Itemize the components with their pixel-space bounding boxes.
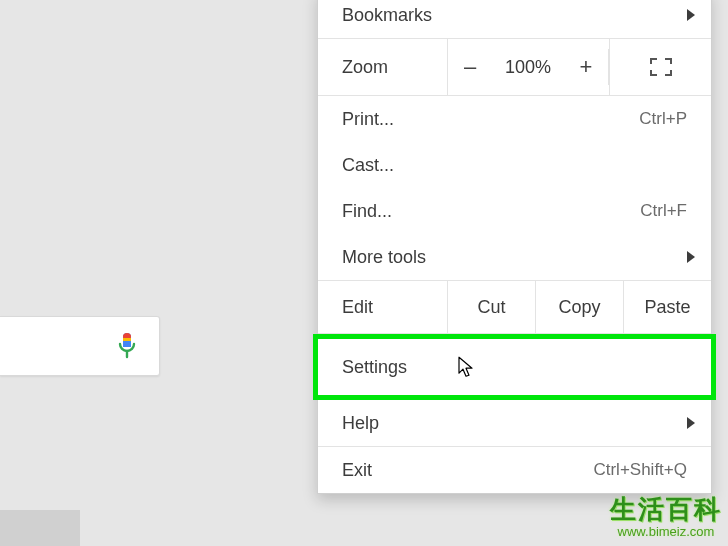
shortcut-text: Ctrl+P <box>639 109 687 129</box>
menu-item-help[interactable]: Help <box>318 400 711 446</box>
fullscreen-icon <box>650 58 672 76</box>
menu-item-cast[interactable]: Cast... <box>318 142 711 188</box>
watermark-title: 生活百科 <box>610 495 722 525</box>
cursor-icon <box>458 356 474 383</box>
menu-item-find[interactable]: Find... Ctrl+F <box>318 188 711 234</box>
copy-button[interactable]: Copy <box>536 281 624 333</box>
shelf-hint <box>0 510 80 546</box>
watermark-url: www.bimeiz.com <box>610 525 722 540</box>
menu-item-settings[interactable]: Settings <box>318 339 711 395</box>
menu-item-exit[interactable]: Exit Ctrl+Shift+Q <box>318 447 711 493</box>
menu-item-zoom-row: Zoom – 100% + <box>318 39 711 95</box>
fullscreen-button[interactable] <box>609 39 711 95</box>
paste-button[interactable]: Paste <box>624 281 711 333</box>
edit-label: Edit <box>318 281 448 333</box>
menu-item-more-tools[interactable]: More tools <box>318 234 711 280</box>
submenu-arrow-icon <box>687 417 695 429</box>
menu-item-label: More tools <box>342 247 687 268</box>
microphone-icon[interactable] <box>117 332 137 360</box>
search-bar-fragment[interactable] <box>0 316 160 376</box>
menu-item-label: Find... <box>342 201 640 222</box>
menu-item-label: Print... <box>342 109 639 130</box>
submenu-arrow-icon <box>687 9 695 21</box>
submenu-arrow-icon <box>687 251 695 263</box>
menu-item-label: Settings <box>342 357 687 378</box>
menu-item-label: Help <box>342 413 687 434</box>
menu-item-label: Bookmarks <box>342 5 687 26</box>
highlight-box: Settings <box>313 334 716 400</box>
svg-rect-4 <box>123 341 131 347</box>
menu-item-label: Exit <box>342 460 593 481</box>
zoom-value: 100% <box>492 39 564 95</box>
menu-item-label: Cast... <box>342 155 687 176</box>
chrome-overflow-menu: Bookmarks Zoom – 100% + Print... Ctrl+P … <box>317 0 712 494</box>
zoom-label: Zoom <box>318 39 448 95</box>
watermark: 生活百科 www.bimeiz.com <box>610 495 722 540</box>
menu-item-bookmarks[interactable]: Bookmarks <box>318 0 711 38</box>
zoom-out-button[interactable]: – <box>448 39 492 95</box>
shortcut-text: Ctrl+F <box>640 201 687 221</box>
cut-button[interactable]: Cut <box>448 281 536 333</box>
menu-item-edit-row: Edit Cut Copy Paste <box>318 281 711 333</box>
menu-item-print[interactable]: Print... Ctrl+P <box>318 96 711 142</box>
shortcut-text: Ctrl+Shift+Q <box>593 460 687 480</box>
zoom-in-button[interactable]: + <box>564 39 608 95</box>
